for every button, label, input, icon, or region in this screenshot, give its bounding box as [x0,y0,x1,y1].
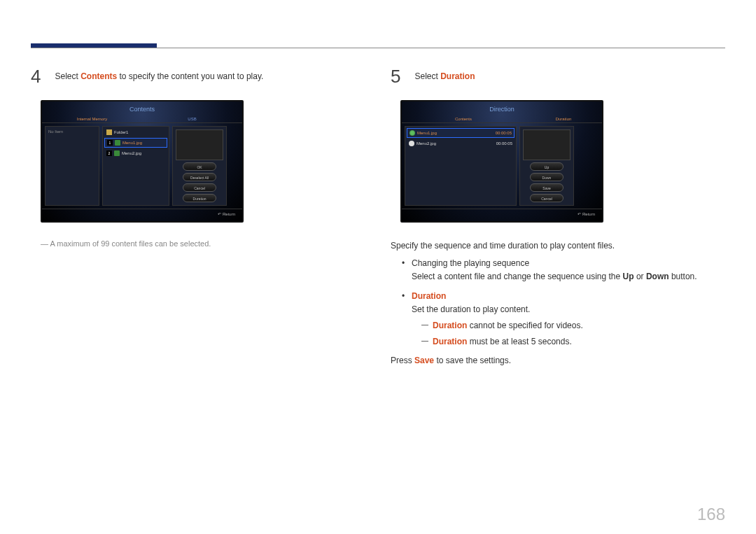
bullet2-em: Duration [412,291,446,301]
scr-up-button: Up [530,162,564,171]
scr-item1-num: 1 [107,140,113,146]
step4-note-text: A maximum of 99 content files can be sel… [50,239,211,248]
scr-direction-title: Direction [402,101,602,115]
step-4-text: Select Contents to specify the content y… [55,71,263,81]
direction-screenshot: Direction Contents Duration Menu1.jpg 00… [400,100,603,223]
scr-return-row: ↶ Return [42,209,242,218]
bullet1-line-b: button. [669,272,697,281]
scr-folder-item: Folder1 [104,128,167,136]
scr-col-usb: Folder1 1 Menu1.jpg 2 Menu2.jpg [102,126,169,206]
step-4-contents-em: Contents [80,71,117,81]
scr2-return-label: Return [582,212,595,216]
scr2-thumb-preview [523,129,570,160]
scr-down-button: Down [530,173,564,181]
step-4-number: 4 [31,66,52,87]
scr2-item1-name: Menu1.jpg [417,131,437,135]
scr-cancel-button: Cancel [183,183,216,192]
scr-deselect-button: Deselect All [183,173,216,181]
scr-col-right: OK Deselect All Cancel Duration [172,126,227,206]
scr-file-item-2: 2 Menu2.jpg [104,149,167,157]
check-icon [115,140,120,146]
step5-duration-em: Duration [440,71,475,81]
scr2-item2-dur: 00:00:05 [496,141,512,146]
scr-tabs-2: Contents Duration [402,115,602,123]
scr-item2-num: 2 [106,150,112,156]
scr-cancel-button-2: Cancel [530,194,564,202]
scr-tab-duration: Duration [525,115,602,122]
scr-noitem: No Item [46,127,99,136]
step-4-text-suffix: to specify the content you want to play. [117,71,263,81]
sub1-em: Duration [433,321,467,330]
scr2-return-row: ↶ Return [402,209,602,218]
press-a: Press [391,356,414,365]
scr-thumb-preview [176,129,223,160]
folder-icon [106,129,112,135]
scr-col-full: Menu1.jpg 00:00:05 Menu2.jpg 00:00:05 [405,126,517,206]
scr-body-2: Menu1.jpg 00:00:05 Menu2.jpg 00:00:05 Up… [402,123,602,209]
bullet2-desc: Set the duration to play content. [412,304,530,314]
scr-file-item-1: 1 Menu1.jpg [104,138,167,148]
step-5-section: 5 Select Duration Direction Contents Dur… [391,66,727,368]
scr-tab-contents: Contents [402,115,525,122]
scr-body: No Item Folder1 1 Menu1.jpg 2 Menu2.jpg [42,123,242,209]
scr-item2-name: Menu2.jpg [122,151,141,155]
sub2-rest: must be at least 5 seconds. [467,337,571,346]
scr-save-button: Save [530,183,564,192]
step5-intro: Specify the sequence and time duration t… [391,239,727,253]
bullet1-or: or [634,272,646,281]
scr2-item1-dur: 00:00:05 [496,131,512,135]
bullet-sequence: Changing the playing sequence Select a c… [400,257,727,283]
press-b: to save the settings. [434,356,511,365]
bullet1-title: Changing the playing sequence [412,258,529,268]
step-4-section: 4 Select Contents to specify the content… [31,66,367,248]
scr2-item1: Menu1.jpg 00:00:05 [407,128,514,138]
play-icon [410,130,415,136]
scr-tabs: Internal Memory USB [42,115,242,123]
page-number: 168 [697,505,725,524]
sub-item-2: Duration must be at least 5 seconds. [412,335,727,349]
scr-contents-title: Contents [42,101,242,115]
scr-item1-name: Menu1.jpg [122,141,142,145]
step4-note: ― A maximum of 99 content files can be s… [41,239,367,248]
sub-item-1: Duration cannot be specified for videos. [412,319,727,332]
scr-duration-button: Duration [183,194,216,202]
scr2-item2-name: Menu2.jpg [416,141,436,146]
up-bold: Up [623,272,634,281]
scr2-item2: Menu2.jpg 00:00:05 [407,139,514,148]
scr-ok-button: OK [183,162,216,171]
contents-screenshot: Contents Internal Memory USB No Item Fol… [41,100,244,223]
bullet-duration: Duration Set the duration to play conten… [400,290,727,349]
step5-text-prefix: Select [414,71,440,81]
press-save-line: Press Save to save the settings. [391,354,727,367]
scr-folder-name: Folder1 [114,130,128,134]
bullet1-line-a: Select a content file and change the seq… [412,272,623,281]
scr-col-internal: No Item [45,126,99,206]
note-dash: ― [41,239,50,248]
step5-body: Specify the sequence and time duration t… [391,239,727,368]
scr-tab-usb: USB [142,115,242,122]
circle-icon [409,141,414,146]
return-icon: ↶ [578,212,582,216]
scr-tab-internal: Internal Memory [42,115,142,122]
check-icon [114,150,120,156]
scr-return-label: Return [223,212,235,216]
press-save-em: Save [414,356,434,365]
header-rule [31,48,725,48]
down-bold: Down [646,272,669,281]
step-4-text-prefix: Select [55,71,80,81]
step-5-number: 5 [391,66,412,87]
sub2-em: Duration [433,337,467,346]
sub1-rest: cannot be specified for videos. [467,321,582,330]
step-5-text: Select Duration [414,71,475,81]
scr2-col-right: Up Down Save Cancel [519,126,574,206]
return-icon: ↶ [218,212,223,216]
bullet-list: Changing the playing sequence Select a c… [400,257,727,349]
